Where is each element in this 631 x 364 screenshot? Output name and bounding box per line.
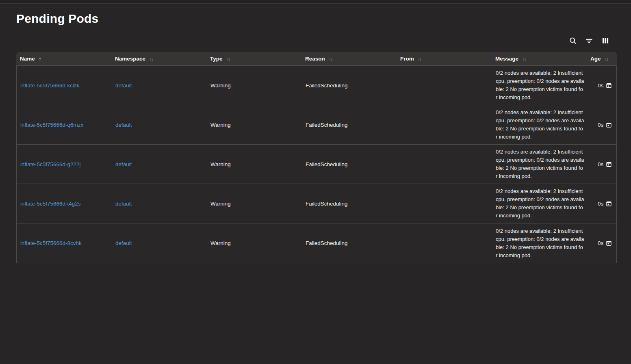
filter-icon (585, 37, 593, 45)
table-row: inflate-5c5f75666d-g222j default Warning… (17, 145, 616, 184)
table-row: inflate-5c5f75666d-8cvhk default Warning… (17, 223, 616, 263)
pod-name-link[interactable]: inflate-5c5f75666d-g222j (20, 161, 81, 167)
message-cell: 0/2 nodes are available: 2 Insufficient … (496, 108, 584, 141)
pod-name-link[interactable]: inflate-5c5f75666d-q6mzx (20, 122, 83, 128)
calendar-icon (606, 240, 612, 246)
type-cell: Warning (210, 201, 231, 207)
message-cell: 0/2 nodes are available: 2 Insufficient … (496, 187, 584, 220)
window-top-bar (0, 0, 631, 4)
column-label: Type (210, 56, 223, 62)
table-body: inflate-5c5f75666d-kclzk default Warning… (16, 65, 617, 263)
sort-icon: ↑↓ (226, 56, 230, 62)
message-cell: 0/2 nodes are available: 2 Insufficient … (496, 227, 584, 260)
column-header-age[interactable]: Age ↑↓ (587, 52, 617, 65)
sort-icon: ↑↓ (418, 56, 421, 62)
namespace-link[interactable]: default (115, 82, 132, 89)
type-cell: Warning (210, 82, 231, 89)
reason-cell: FailedScheduling (306, 240, 348, 246)
calendar-icon (606, 201, 612, 207)
reason-cell: FailedScheduling (306, 82, 348, 89)
column-header-from[interactable]: From ↑↓ (397, 52, 492, 65)
reason-cell: FailedScheduling (306, 161, 348, 167)
column-header-message[interactable]: Message ↑↓ (492, 52, 587, 65)
calendar-icon (606, 122, 612, 128)
table-row: inflate-5c5f75666d-kclzk default Warning… (17, 66, 616, 105)
column-header-reason[interactable]: Reason ↑↓ (301, 52, 397, 65)
sort-icon: ↑↓ (149, 56, 153, 62)
age-value: 0s (598, 161, 603, 167)
column-label: Namespace (115, 56, 145, 62)
calendar-icon (606, 82, 612, 89)
message-cell: 0/2 nodes are available: 2 Insufficient … (496, 69, 584, 102)
namespace-link[interactable]: default (115, 161, 132, 167)
age-value: 0s (598, 201, 603, 207)
type-cell: Warning (210, 161, 231, 167)
namespace-link[interactable]: default (115, 201, 132, 207)
search-icon (569, 37, 577, 45)
table-toolbar (16, 35, 617, 47)
column-label: From (400, 56, 414, 62)
column-label: Name (20, 56, 35, 62)
table-header-row: Name ↑ Namespace ↑↓ Type ↑↓ Reason ↑↓ Fr… (16, 52, 617, 65)
pod-name-link[interactable]: inflate-5c5f75666d-t4g2s (20, 201, 81, 207)
age-value: 0s (598, 240, 603, 246)
reason-cell: FailedScheduling (306, 122, 348, 128)
age-value: 0s (598, 122, 603, 128)
calendar-icon (606, 161, 612, 167)
sort-ascending-icon: ↑ (39, 55, 42, 62)
column-label: Reason (305, 56, 325, 62)
type-cell: Warning (210, 122, 231, 128)
column-label: Message (495, 56, 518, 62)
column-label: Age (590, 56, 601, 62)
namespace-link[interactable]: default (115, 122, 132, 128)
pod-name-link[interactable]: inflate-5c5f75666d-8cvhk (20, 240, 82, 246)
column-header-type[interactable]: Type ↑↓ (206, 52, 301, 65)
pending-pods-page: Pending Pods (0, 4, 631, 263)
pending-pods-table: Name ↑ Namespace ↑↓ Type ↑↓ Reason ↑↓ Fr… (16, 52, 617, 263)
message-cell: 0/2 nodes are available: 2 Insufficient … (496, 148, 584, 180)
filter-button[interactable] (583, 35, 595, 46)
pod-name-link[interactable]: inflate-5c5f75666d-kclzk (20, 82, 80, 89)
sort-icon: ↑↓ (522, 56, 526, 62)
table-row: inflate-5c5f75666d-q6mzx default Warning… (17, 105, 616, 145)
search-button[interactable] (567, 35, 579, 46)
sort-icon: ↑↓ (605, 56, 608, 62)
reason-cell: FailedScheduling (306, 201, 348, 207)
type-cell: Warning (210, 240, 231, 246)
manage-columns-icon (601, 37, 609, 45)
age-value: 0s (598, 82, 603, 89)
manage-columns-button[interactable] (600, 35, 611, 46)
table-row: inflate-5c5f75666d-t4g2s default Warning… (17, 184, 616, 223)
column-header-namespace[interactable]: Namespace ↑↓ (111, 52, 206, 65)
sort-icon: ↑↓ (329, 56, 332, 62)
column-header-name[interactable]: Name ↑ (16, 52, 111, 65)
page-title: Pending Pods (16, 4, 617, 26)
namespace-link[interactable]: default (115, 240, 132, 246)
